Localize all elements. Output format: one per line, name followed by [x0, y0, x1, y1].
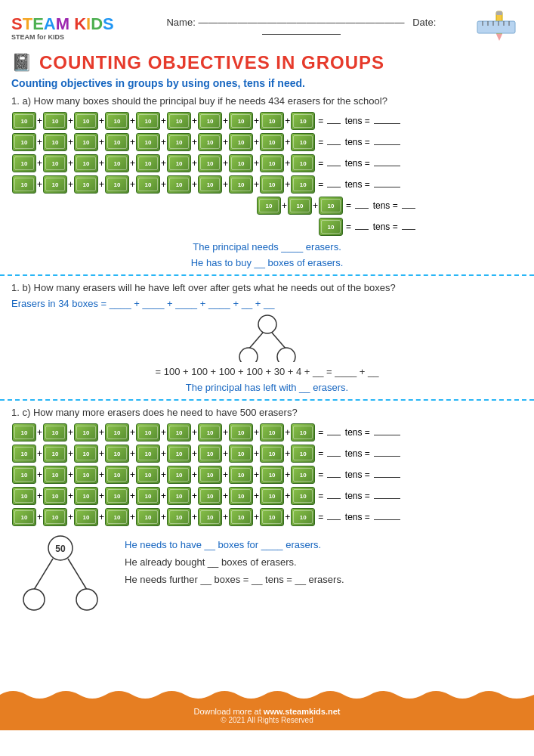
money-icon: 10 — [105, 133, 129, 151]
svg-point-20 — [76, 589, 97, 610]
money-icon: 10 — [12, 508, 36, 526]
eraser-row-6: 10 = tens = — [11, 217, 523, 237]
footer-download: Download more at www.steamkids.net — [6, 707, 528, 716]
footer-area: Download more at www.steamkids.net © 202… — [0, 687, 534, 730]
money-icon: 10 — [291, 154, 315, 172]
c-answer1: He needs to have __ boxes for ____ erase… — [125, 539, 523, 550]
money-icon: 10 — [229, 423, 253, 442]
svg-line-11 — [248, 333, 263, 349]
money-icon: 10 — [43, 175, 67, 194]
divider-bc — [0, 399, 534, 401]
money-icon: 10 — [105, 154, 129, 172]
money-icon: 10 — [105, 508, 129, 526]
money-icon: 10 — [43, 466, 67, 484]
c-tree-answers: He needs to have __ boxes for ____ erase… — [125, 533, 523, 591]
part-c-bottom: 50 He needs to have __ boxes for ____ er… — [11, 533, 523, 627]
money-icon: 10 — [136, 154, 160, 172]
money-icon: 10 — [12, 423, 36, 442]
money-icon: 10 — [105, 112, 129, 130]
part-b-answer: The principal has left with __ erasers. — [11, 382, 523, 393]
money-icon: 10 — [43, 423, 67, 442]
svg-line-12 — [272, 333, 286, 349]
money-icon: 10 — [167, 445, 191, 463]
money-icon: 10 — [74, 466, 98, 484]
money-icon: 10 — [74, 423, 98, 442]
money-icon: 10 — [198, 445, 222, 463]
c-eraser-row-2: 10 + 10 + 10 + 10 + 10 + 10 + 10 + 10 + … — [11, 444, 523, 463]
money-icon: 10 — [229, 466, 253, 484]
name-date-line: Name: ————————————————————— Date: ——————… — [114, 17, 474, 39]
money-icon: 10 — [74, 487, 98, 505]
eraser-row-4: 10 + 10 + 10 + 10 + 10 + 10 + 10 + 10 + … — [11, 175, 523, 194]
money-icon: 10 — [74, 508, 98, 526]
main-title: COUNTING OBJECTIVES IN GROUPS — [39, 52, 384, 73]
svg-marker-1 — [496, 34, 502, 41]
part-b: 1. b) How many erasers will he have left… — [0, 282, 534, 393]
money-icon: 10 — [229, 154, 253, 172]
money-icon: 10 — [136, 466, 160, 484]
money-icon: 10 — [198, 508, 222, 526]
money-icon: 10 — [229, 445, 253, 463]
divider-ab — [0, 274, 534, 276]
money-icon: 10 — [105, 175, 129, 194]
part-a-answer1: The principal needs ____ erasers. — [11, 241, 523, 253]
svg-text:50: 50 — [55, 544, 66, 554]
money-icon: 10 — [260, 423, 284, 442]
eraser-row-2: 10 + 10 + 10 + 10 + 10 + 10 + 10 + 10 + … — [11, 132, 523, 152]
money-icon: 10 — [260, 466, 284, 484]
part-a-erasers: 10 + 10 + 10 + 10 + 10 + 10 + 10 + 10 + … — [11, 111, 523, 237]
svg-point-10 — [258, 315, 276, 333]
money-icon: 10 — [291, 466, 315, 484]
money-icon: 10 — [105, 466, 129, 484]
money-icon: 10 — [229, 133, 253, 151]
money-icon: 10 — [74, 112, 98, 130]
money-icon: 10 — [198, 112, 222, 130]
footer: Download more at www.steamkids.net © 202… — [0, 701, 534, 730]
money-icon: 10 — [74, 154, 98, 172]
eraser-row-5: 10 + 10 + 10 = tens = — [11, 196, 523, 215]
money-icon: 10 — [136, 445, 160, 463]
subtitle: Counting objectives in groups by using o… — [0, 77, 534, 95]
money-icon: 10 — [260, 487, 284, 505]
money-icon: 10 — [167, 112, 191, 130]
money-icon: 10 — [43, 508, 67, 526]
part-c-question: 1. c) How many more erasers does he need… — [11, 407, 523, 418]
c-eraser-row-4: 10 + 10 + 10 + 10 + 10 + 10 + 10 + 10 + … — [11, 486, 523, 506]
part-a-question: 1. a) How many boxes should the principa… — [11, 95, 523, 107]
money-icon: 10 — [167, 508, 191, 526]
logo: STEAM KIDS STEAM for KIDS — [11, 16, 114, 41]
money-icon: 10 — [12, 112, 36, 130]
part-b-formula2: = 100 + 100 + 100 + 100 + 30 + 4 + __ = … — [11, 366, 523, 377]
money-icon: 10 — [74, 175, 98, 194]
money-icon: 10 — [136, 133, 160, 151]
money-icon: 10 — [198, 466, 222, 484]
money-icon: 10 — [260, 154, 284, 172]
money-icon: 10 — [257, 197, 281, 215]
money-icon: 10 — [136, 112, 160, 130]
money-icon: 10 — [43, 487, 67, 505]
money-icon: 10 — [12, 133, 36, 151]
svg-line-17 — [34, 559, 53, 590]
money-icon: 10 — [12, 175, 36, 194]
c-eraser-row-5: 10 + 10 + 10 + 10 + 10 + 10 + 10 + 10 + … — [11, 507, 523, 527]
money-icon: 10 — [229, 175, 253, 194]
money-icon: 10 — [136, 487, 160, 505]
money-icon: 10 — [136, 423, 160, 442]
money-icon: 10 — [260, 508, 284, 526]
svg-point-14 — [277, 348, 295, 362]
money-icon: 10 — [198, 133, 222, 151]
money-icon: 10 — [291, 175, 315, 194]
money-icon: 10 — [167, 154, 191, 172]
eraser-row-1: 10 + 10 + 10 + 10 + 10 + 10 + 10 + 10 + … — [11, 111, 523, 131]
money-icon: 10 — [198, 154, 222, 172]
money-icon: 10 — [229, 112, 253, 130]
money-icon: 10 — [319, 218, 343, 236]
money-icon: 10 — [291, 508, 315, 526]
tree-diagram — [11, 313, 523, 362]
money-icon: 10 — [260, 112, 284, 130]
money-icon: 10 — [291, 445, 315, 463]
footer-wave — [0, 687, 534, 701]
money-icon: 10 — [105, 423, 129, 442]
svg-line-18 — [68, 559, 87, 590]
money-icon: 10 — [43, 112, 67, 130]
